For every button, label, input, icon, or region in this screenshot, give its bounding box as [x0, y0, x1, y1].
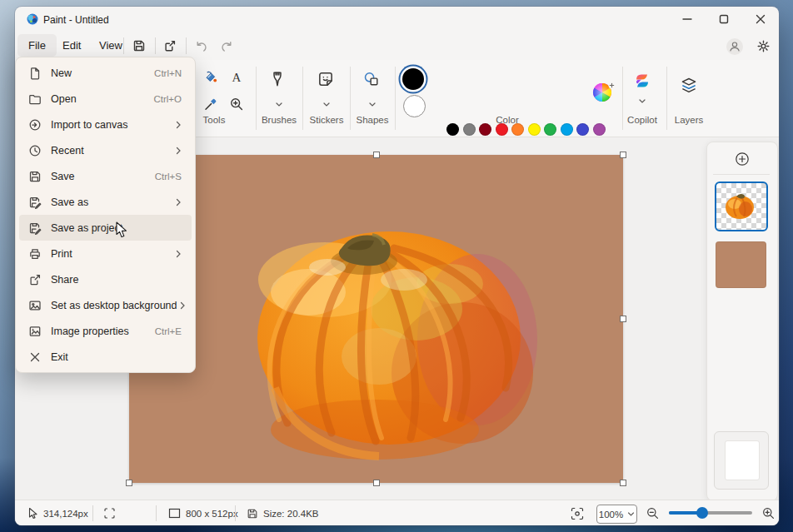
- color-wheel-icon: [592, 81, 617, 104]
- undo-button[interactable]: [191, 36, 211, 56]
- menu-item-save-as-project[interactable]: Save as project: [19, 215, 192, 241]
- color-swatch[interactable]: [544, 123, 556, 136]
- file-menu-button[interactable]: File: [17, 34, 57, 57]
- shapes-button[interactable]: [361, 68, 382, 90]
- chevron-right-icon: [173, 146, 183, 156]
- layers-button[interactable]: [678, 75, 700, 97]
- image-properties-icon: [28, 325, 42, 338]
- canvas-resize-handle[interactable]: [620, 480, 626, 486]
- copilot-button[interactable]: [631, 70, 653, 92]
- menu-item-exit[interactable]: Exit: [19, 344, 192, 370]
- background-layer-thumbnail[interactable]: [725, 440, 760, 480]
- fit-to-screen-button[interactable]: [570, 500, 585, 525]
- desktop-wallpaper: Paint - Untitled File Edit View: [0, 0, 793, 532]
- divider: [92, 505, 93, 521]
- new-document-icon: [28, 67, 42, 80]
- chevron-down-icon[interactable]: [275, 100, 284, 109]
- zoom-out-icon: [646, 506, 660, 520]
- canvas-resize-handle[interactable]: [620, 152, 626, 158]
- maximize-button[interactable]: [706, 7, 742, 32]
- stickers-button[interactable]: [315, 68, 337, 90]
- color-swatch[interactable]: [463, 123, 476, 136]
- canvas-resize-handle[interactable]: [126, 480, 132, 486]
- background-layer-slot[interactable]: [714, 431, 769, 490]
- save-icon: [132, 39, 146, 52]
- menu-item-import-to-canvas[interactable]: Import to canvas: [19, 112, 192, 137]
- chevron-down-icon[interactable]: [638, 97, 647, 106]
- view-menu-button[interactable]: View: [88, 34, 133, 57]
- selection-icon: [103, 507, 116, 520]
- canvas-resize-handle[interactable]: [373, 152, 380, 158]
- menu-item-open[interactable]: Open Ctrl+O: [19, 86, 192, 112]
- menu-item-print[interactable]: Print: [19, 241, 192, 266]
- file-size: Size: 20.4KB: [247, 500, 318, 525]
- drawing-canvas[interactable]: [129, 155, 623, 483]
- layer-thumbnail-pumpkin[interactable]: [715, 181, 768, 231]
- redo-icon: [220, 39, 234, 53]
- divider: [350, 67, 351, 130]
- color-swatch[interactable]: [511, 123, 524, 136]
- fill-tool-button[interactable]: [200, 67, 222, 88]
- zoom-in-button[interactable]: [761, 500, 776, 525]
- chevron-down-icon[interactable]: [368, 100, 377, 109]
- color-swatch[interactable]: [446, 123, 459, 136]
- chevron-right-icon: [177, 301, 187, 311]
- account-button[interactable]: [725, 37, 745, 57]
- layers-panel: [706, 142, 778, 501]
- secondary-color-swatch[interactable]: [403, 95, 426, 117]
- canvas-resize-handle[interactable]: [620, 316, 626, 322]
- divider: [256, 67, 257, 130]
- add-layer-button[interactable]: [732, 149, 752, 169]
- primary-color-swatch[interactable]: [402, 68, 424, 90]
- menu-item-set-as-desktop-background[interactable]: Set as desktop background: [19, 292, 192, 318]
- magnifier-tool-button[interactable]: [226, 93, 247, 115]
- menu-item-save[interactable]: Save Ctrl+S: [19, 163, 192, 189]
- divider: [713, 174, 770, 175]
- color-swatch[interactable]: [479, 123, 491, 136]
- menu-item-share[interactable]: Share: [19, 266, 192, 292]
- zoom-slider-thumb[interactable]: [696, 507, 708, 519]
- text-tool-button[interactable]: A: [226, 67, 247, 88]
- minimize-button[interactable]: [669, 7, 706, 32]
- title-bar[interactable]: Paint - Untitled: [15, 7, 779, 32]
- save-button[interactable]: [129, 36, 149, 56]
- selection-size: [103, 500, 116, 525]
- color-swatch[interactable]: [496, 123, 508, 136]
- svg-text:A: A: [232, 71, 242, 84]
- menu-item-save-as[interactable]: Save as: [19, 189, 192, 215]
- menu-bar: File Edit View: [15, 32, 779, 60]
- zoom-in-icon: [761, 506, 776, 520]
- edit-menu-button[interactable]: Edit: [52, 34, 92, 57]
- brushes-button[interactable]: [267, 68, 288, 90]
- color-swatch[interactable]: [576, 123, 589, 136]
- canvas-size: 800 x 512px: [168, 500, 238, 525]
- color-swatch[interactable]: [561, 123, 573, 136]
- menu-item-image-properties[interactable]: Image properties Ctrl+E: [19, 318, 192, 344]
- zoom-slider[interactable]: [669, 511, 752, 515]
- divider: [123, 37, 124, 54]
- chevron-down-icon[interactable]: [322, 100, 332, 109]
- chevron-right-icon: [173, 120, 183, 130]
- zoom-out-button[interactable]: [646, 500, 660, 525]
- close-button[interactable]: [742, 7, 779, 32]
- edit-colors-button[interactable]: [592, 81, 612, 101]
- redo-button[interactable]: [217, 36, 237, 56]
- color-swatch[interactable]: [593, 123, 606, 136]
- file-dropdown-menu: New Ctrl+N Open Ctrl+O Import to canvas …: [15, 57, 196, 373]
- canvas-resize-handle[interactable]: [373, 480, 380, 486]
- magnifier-icon: [228, 96, 245, 112]
- zoom-level-dropdown[interactable]: 100%: [596, 505, 637, 524]
- eyedropper-tool-button[interactable]: [200, 93, 222, 115]
- layer-thumbnail-background[interactable]: [716, 241, 766, 288]
- settings-button[interactable]: [753, 36, 773, 56]
- menu-item-new[interactable]: New Ctrl+N: [19, 60, 192, 86]
- divider: [302, 67, 303, 130]
- pumpkin-thumbnail-art: [716, 183, 763, 226]
- add-layer-icon: [735, 152, 750, 167]
- color-swatch[interactable]: [528, 123, 541, 136]
- share-icon: [163, 39, 177, 52]
- menu-item-recent[interactable]: Recent: [19, 137, 192, 163]
- save-as-icon: [28, 196, 42, 209]
- file-size-icon: [247, 508, 258, 520]
- share-button[interactable]: [160, 36, 180, 56]
